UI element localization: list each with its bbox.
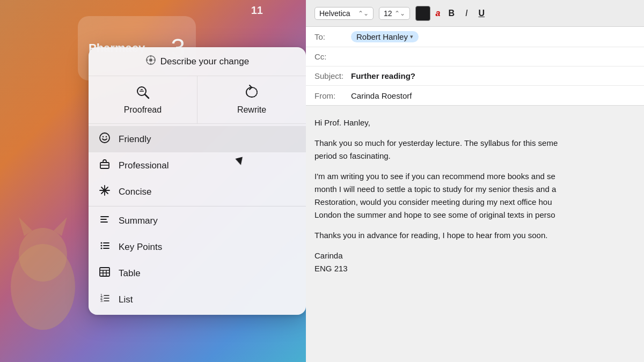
- italic-button[interactable]: I: [463, 8, 470, 19]
- rewrite-button[interactable]: Rewrite: [197, 76, 306, 123]
- subject-value: Further reading?: [351, 71, 415, 80]
- friendly-label: Friendly: [119, 134, 151, 145]
- from-value: Carinda Roestorf: [351, 91, 412, 100]
- writing-tools-popup: Describe your change Proofread: [89, 47, 306, 315]
- menu-section: Friendly Professional: [89, 124, 306, 315]
- professional-icon: [98, 158, 111, 173]
- svg-line-11: [145, 94, 149, 98]
- proofread-icon: [135, 85, 150, 102]
- cc-label: Cc:: [314, 52, 351, 61]
- svg-point-15: [103, 136, 104, 137]
- mail-body-content: Hi Prof. Hanley, Thank you so much for y…: [314, 116, 635, 275]
- font-size-selector[interactable]: 12 ⌃⌄: [379, 7, 410, 20]
- friendly-icon: [98, 132, 111, 146]
- svg-point-30: [101, 248, 103, 249]
- svg-point-28: [101, 245, 103, 247]
- mail-fields: To: Robert Hanley ▾ Cc: Subject: Further…: [306, 27, 644, 106]
- describe-change-row[interactable]: Describe your change: [89, 47, 306, 76]
- svg-point-16: [106, 136, 107, 137]
- list-icon: 1. 2. 3.: [98, 292, 111, 307]
- subject-label: Subject:: [314, 71, 351, 80]
- mail-panel: Helvetica ⌃⌄ 12 ⌃⌄ a B I U To: Robert Ha…: [306, 0, 644, 362]
- menu-item-keypoints[interactable]: Key Points: [89, 234, 306, 260]
- concise-label: Concise: [119, 187, 151, 197]
- action-row: Proofread Rewrite: [89, 76, 306, 124]
- recipient-chevron-icon: ▾: [410, 33, 413, 40]
- menu-divider: [89, 206, 306, 206]
- font-size-value: 12: [384, 9, 392, 18]
- svg-point-1: [19, 228, 67, 282]
- svg-rect-32: [100, 268, 109, 276]
- svg-text:3.: 3.: [100, 299, 104, 302]
- list-label: List: [119, 294, 133, 305]
- proofread-button[interactable]: Proofread: [89, 76, 197, 123]
- svg-point-5: [149, 58, 152, 62]
- color-picker[interactable]: [415, 6, 430, 21]
- menu-item-concise[interactable]: Concise: [89, 179, 306, 205]
- ai-icon: [145, 55, 156, 68]
- recipient-name: Robert Hanley: [356, 32, 408, 41]
- left-panel: 11 Pharmacy 3: [0, 0, 306, 362]
- keypoints-icon: [98, 240, 111, 254]
- mail-toolbar: Helvetica ⌃⌄ 12 ⌃⌄ a B I U: [306, 0, 644, 27]
- menu-item-table[interactable]: Table: [89, 260, 306, 286]
- body-greeting: Hi Prof. Hanley,: [314, 116, 635, 129]
- body-paragraph-2: I'm am writing you to see if you can rec…: [314, 170, 635, 221]
- body-signature: CarindaENG 213: [314, 249, 635, 275]
- menu-item-list[interactable]: 1. 2. 3. List: [89, 286, 306, 313]
- cc-field-row[interactable]: Cc:: [306, 47, 644, 67]
- rewrite-icon: [244, 85, 259, 102]
- concise-icon: [98, 184, 111, 199]
- summary-icon: [98, 213, 111, 228]
- underline-button[interactable]: U: [476, 8, 488, 19]
- body-paragraph-3: Thanks you in advance for reading, I hop…: [314, 229, 635, 242]
- number-badge: 11: [251, 4, 263, 17]
- menu-item-professional[interactable]: Professional: [89, 152, 306, 179]
- body-paragraph-1: Thank you so much for yesterday lecture.…: [314, 137, 635, 162]
- font-arrows-icon: ⌃⌄: [358, 10, 369, 17]
- menu-item-friendly[interactable]: Friendly: [89, 126, 306, 152]
- text-color-button[interactable]: a: [436, 9, 441, 18]
- font-name: Helvetica: [319, 9, 356, 18]
- bold-button[interactable]: B: [445, 8, 457, 19]
- keypoints-label: Key Points: [119, 242, 162, 253]
- summary-label: Summary: [119, 216, 158, 226]
- from-label: From:: [314, 91, 351, 100]
- from-field-row: From: Carinda Roestorf: [306, 86, 644, 105]
- table-icon: [98, 266, 111, 280]
- proofread-label: Proofread: [124, 105, 162, 115]
- font-selector[interactable]: Helvetica ⌃⌄: [314, 7, 374, 20]
- subject-field-row: Subject: Further reading?: [306, 67, 644, 86]
- table-label: Table: [119, 268, 141, 279]
- svg-point-14: [100, 133, 109, 143]
- professional-label: Professional: [119, 160, 169, 171]
- describe-change-label: Describe your change: [160, 56, 249, 67]
- to-recipient-chip[interactable]: Robert Hanley ▾: [351, 31, 419, 42]
- mail-body[interactable]: Hi Prof. Hanley, Thank you so much for y…: [306, 106, 644, 362]
- rewrite-label: Rewrite: [237, 105, 266, 115]
- to-field-row: To: Robert Hanley ▾: [306, 27, 644, 47]
- menu-item-summary[interactable]: Summary: [89, 208, 306, 234]
- size-arrows-icon: ⌃⌄: [394, 10, 405, 17]
- cat-decoration: [0, 201, 91, 362]
- svg-point-26: [101, 242, 103, 244]
- to-label: To:: [314, 32, 351, 41]
